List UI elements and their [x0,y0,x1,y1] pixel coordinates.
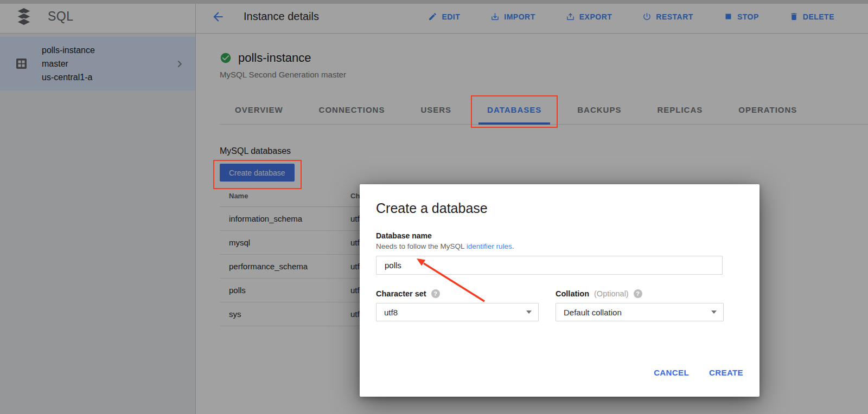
collation-optional-label: (Optional) [594,289,629,298]
dialog-title: Create a database [376,200,743,216]
create-button[interactable]: CREATE [709,368,743,377]
caret-down-icon [711,310,717,314]
collation-value: Default collation [564,308,622,317]
database-name-helper: Needs to follow the MySQL identifier rul… [376,242,743,250]
helper-period: . [512,242,514,250]
database-name-input[interactable] [376,256,723,275]
charset-label: Character set [376,289,426,298]
collation-label: Collation [556,289,589,298]
charset-help-icon[interactable]: ? [431,289,440,298]
charset-field: Character set ? utf8 [376,289,539,321]
helper-text: Needs to follow the MySQL [376,242,467,250]
cancel-button[interactable]: CANCEL [654,368,689,377]
caret-down-icon [526,310,532,314]
charset-value: utf8 [384,308,398,317]
database-name-label: Database name [376,231,743,240]
collation-select[interactable]: Default collation [556,303,724,321]
dialog-footer: CANCEL CREATE [654,368,743,377]
collation-help-icon[interactable]: ? [634,289,642,298]
collation-field: Collation (Optional) ? Default collation [556,289,724,321]
charset-select[interactable]: utf8 [376,303,539,321]
page: SQL Instance details EDIT IMPORT [0,0,868,414]
create-database-dialog: Create a database Database name Needs to… [360,184,760,397]
dialog-fields-row: Character set ? utf8 Collation (Optional… [376,289,743,321]
identifier-rules-link[interactable]: identifier rules [467,242,512,250]
